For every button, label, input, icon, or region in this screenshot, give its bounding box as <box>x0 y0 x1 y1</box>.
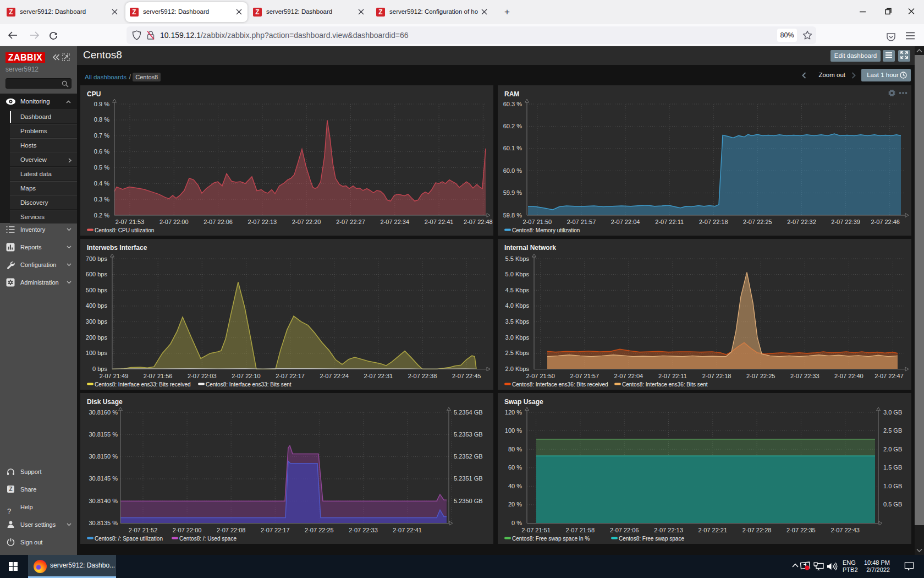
svg-text:2-07 22:00: 2-07 22:00 <box>160 219 189 225</box>
svg-text:2-07 22:13: 2-07 22:13 <box>654 527 683 533</box>
svg-text:2-07 22:17: 2-07 22:17 <box>261 527 290 533</box>
svg-text:80 %: 80 % <box>508 446 522 452</box>
svg-text:2-07 22:28: 2-07 22:28 <box>743 527 772 533</box>
svg-text:5.5 Kbps: 5.5 Kbps <box>505 255 530 262</box>
svg-text:2-07 22:10: 2-07 22:10 <box>232 373 261 379</box>
svg-text:3.0 Kbps: 3.0 Kbps <box>505 334 530 341</box>
svg-text:2-07 22:24: 2-07 22:24 <box>320 373 349 379</box>
svg-text:2-07 21:53: 2-07 21:53 <box>116 219 145 225</box>
svg-text:5.2353 GB: 5.2353 GB <box>454 431 483 438</box>
svg-text:2-07 22:03: 2-07 22:03 <box>188 373 217 379</box>
svg-text:60.1 %: 60.1 % <box>503 145 522 151</box>
svg-text:300 bps: 300 bps <box>86 318 108 325</box>
svg-text:2-07 22:20: 2-07 22:20 <box>292 219 321 225</box>
svg-text:2.5 GB: 2.5 GB <box>883 427 902 434</box>
svg-text:2-07 22:11: 2-07 22:11 <box>655 219 684 225</box>
svg-text:0.5 %: 0.5 % <box>94 164 109 171</box>
svg-text:2-07 22:04: 2-07 22:04 <box>611 219 640 225</box>
svg-text:Centos8: Interface ens33: Bits: Centos8: Interface ens33: Bits received <box>95 381 191 388</box>
svg-text:2-07 21:52: 2-07 21:52 <box>129 527 158 533</box>
svg-text:4.5 Kbps: 4.5 Kbps <box>505 287 530 293</box>
svg-text:30.8160 %: 30.8160 % <box>89 409 118 416</box>
svg-text:2-07 22:35: 2-07 22:35 <box>787 527 816 533</box>
svg-text:0.5 GB: 0.5 GB <box>883 501 902 508</box>
svg-text:5.2350 GB: 5.2350 GB <box>454 498 483 504</box>
svg-text:2-07 21:49: 2-07 21:49 <box>100 373 129 379</box>
svg-text:0.7 %: 0.7 % <box>94 132 109 139</box>
svg-text:60.0 %: 60.0 % <box>503 167 522 174</box>
svg-text:2-07 22:17: 2-07 22:17 <box>276 373 305 379</box>
svg-text:600 bps: 600 bps <box>86 271 108 277</box>
svg-text:5.2352 GB: 5.2352 GB <box>454 453 483 460</box>
svg-text:Centos8: CPU utilization: Centos8: CPU utilization <box>95 227 154 233</box>
svg-text:5.2351 GB: 5.2351 GB <box>454 475 483 482</box>
svg-text:700 bps: 700 bps <box>86 255 108 262</box>
svg-text:2-07 22:18: 2-07 22:18 <box>702 373 732 379</box>
svg-text:59.8 %: 59.8 % <box>503 212 522 219</box>
svg-text:2-07 22:39: 2-07 22:39 <box>831 219 860 225</box>
svg-text:2-07 22:32: 2-07 22:32 <box>787 219 816 225</box>
svg-text:2-07 22:25: 2-07 22:25 <box>743 219 772 225</box>
svg-text:2-07 21:57: 2-07 21:57 <box>567 219 596 225</box>
svg-text:0.9 %: 0.9 % <box>94 101 109 107</box>
svg-text:400 bps: 400 bps <box>86 302 108 309</box>
svg-text:0.6 %: 0.6 % <box>94 148 109 155</box>
svg-text:2-07 22:46: 2-07 22:46 <box>871 219 900 225</box>
svg-text:Centos8: Free swap space: Centos8: Free swap space <box>619 536 684 542</box>
svg-text:2-07 22:45: 2-07 22:45 <box>452 373 481 379</box>
svg-text:2.0 Kbps: 2.0 Kbps <box>505 366 530 372</box>
svg-text:Centos8: Memory utilization: Centos8: Memory utilization <box>512 227 580 233</box>
svg-text:Centos8: /: Space utilization: Centos8: /: Space utilization <box>95 536 163 542</box>
svg-text:2-07 22:18: 2-07 22:18 <box>699 219 728 225</box>
svg-text:2-07 22:04: 2-07 22:04 <box>614 373 644 379</box>
svg-text:60 %: 60 % <box>508 464 522 471</box>
svg-text:3.5 Kbps: 3.5 Kbps <box>505 318 530 325</box>
svg-text:5.0 Kbps: 5.0 Kbps <box>505 271 530 277</box>
svg-text:100 bps: 100 bps <box>86 350 108 356</box>
svg-text:2-07 22:33: 2-07 22:33 <box>349 527 378 533</box>
svg-text:2-07 22:48: 2-07 22:48 <box>464 219 493 225</box>
svg-text:2.5 Kbps: 2.5 Kbps <box>505 350 530 356</box>
svg-text:Centos8: Interface ens33: Bits: Centos8: Interface ens33: Bits sent <box>206 381 292 388</box>
svg-text:5.2354 GB: 5.2354 GB <box>454 409 483 416</box>
svg-text:Centos8: Interface ens36: Bits: Centos8: Interface ens36: Bits received <box>512 381 608 388</box>
svg-text:30.8145 %: 30.8145 % <box>89 475 118 482</box>
svg-text:59.9 %: 59.9 % <box>503 189 522 196</box>
svg-text:120 %: 120 % <box>505 409 522 416</box>
svg-text:2-07 22:21: 2-07 22:21 <box>698 527 727 533</box>
svg-text:0 bps: 0 bps <box>92 366 107 372</box>
svg-text:200 bps: 200 bps <box>86 334 108 341</box>
svg-text:2-07 21:50: 2-07 21:50 <box>523 219 552 225</box>
svg-text:CPU: CPU <box>87 90 101 98</box>
svg-text:1.0 GB: 1.0 GB <box>883 483 902 489</box>
svg-text:RAM: RAM <box>504 90 519 98</box>
svg-text:2-07 21:57: 2-07 21:57 <box>570 373 599 379</box>
svg-text:2-07 22:25: 2-07 22:25 <box>746 373 776 379</box>
svg-text:2-07 22:06: 2-07 22:06 <box>204 219 233 225</box>
svg-text:500 bps: 500 bps <box>86 287 108 293</box>
svg-text:30.8140 %: 30.8140 % <box>89 498 118 504</box>
svg-text:2-07 22:27: 2-07 22:27 <box>336 219 365 225</box>
svg-text:40 %: 40 % <box>508 483 522 489</box>
svg-text:2-07 22:06: 2-07 22:06 <box>610 527 639 533</box>
svg-text:Swap Usage: Swap Usage <box>504 398 543 406</box>
svg-text:2-07 22:31: 2-07 22:31 <box>364 373 393 379</box>
svg-text:Centos8: /: Used space: Centos8: /: Used space <box>179 536 237 542</box>
svg-text:1.5 GB: 1.5 GB <box>883 464 902 471</box>
svg-text:2-07 22:41: 2-07 22:41 <box>393 527 422 533</box>
svg-text:60.3 %: 60.3 % <box>503 101 522 107</box>
svg-text:0 %: 0 % <box>512 520 522 526</box>
svg-text:Centos8: Interface ens36: Bits: Centos8: Interface ens36: Bits sent <box>622 381 708 388</box>
svg-text:2-07 21:58: 2-07 21:58 <box>566 527 595 533</box>
svg-text:2-07 22:34: 2-07 22:34 <box>380 219 409 225</box>
svg-text:Interwebs Interface: Interwebs Interface <box>87 244 147 252</box>
svg-text:100 %: 100 % <box>505 427 522 434</box>
svg-text:2-07 22:11: 2-07 22:11 <box>658 373 687 379</box>
svg-text:Centos8: Free swap space in %: Centos8: Free swap space in % <box>512 536 590 542</box>
svg-text:2.0 GB: 2.0 GB <box>883 446 902 452</box>
svg-text:20 %: 20 % <box>508 501 522 508</box>
svg-text:2-07 21:56: 2-07 21:56 <box>144 373 173 379</box>
svg-text:2-07 22:41: 2-07 22:41 <box>425 219 454 225</box>
svg-text:2-07 21:50: 2-07 21:50 <box>526 373 555 379</box>
svg-text:2-07 22:13: 2-07 22:13 <box>248 219 277 225</box>
